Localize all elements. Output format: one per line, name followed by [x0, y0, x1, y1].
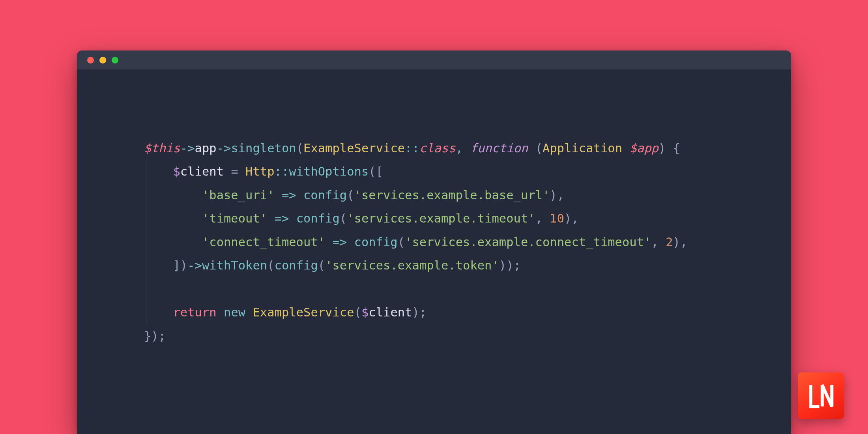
brand-logo-icon — [798, 372, 844, 419]
traffic-light-zoom-icon[interactable] — [112, 57, 118, 64]
traffic-light-minimize-icon[interactable] — [99, 57, 106, 64]
code-line: 'base_uri' => config('services.example.b… — [144, 183, 791, 207]
window-titlebar[interactable] — [77, 51, 791, 69]
code-line — [144, 277, 791, 301]
traffic-light-close-icon[interactable] — [87, 57, 94, 64]
editor-window: $this->app->singleton(ExampleService::cl… — [77, 51, 791, 434]
code-line: 'timeout' => config('services.example.ti… — [144, 207, 791, 230]
code-line: 'connect_timeout' => config('services.ex… — [144, 230, 791, 254]
code-line: }); — [144, 324, 791, 348]
code-block[interactable]: $this->app->singleton(ExampleService::cl… — [144, 137, 791, 348]
code-line: $client = Http::withOptions([ — [144, 160, 791, 183]
code-area[interactable]: $this->app->singleton(ExampleService::cl… — [77, 69, 791, 348]
code-line: $this->app->singleton(ExampleService::cl… — [144, 137, 791, 160]
code-line: ])->withToken(config('services.example.t… — [144, 254, 791, 277]
code-line: return new ExampleService($client); — [144, 301, 791, 324]
stage: $this->app->singleton(ExampleService::cl… — [0, 0, 868, 434]
